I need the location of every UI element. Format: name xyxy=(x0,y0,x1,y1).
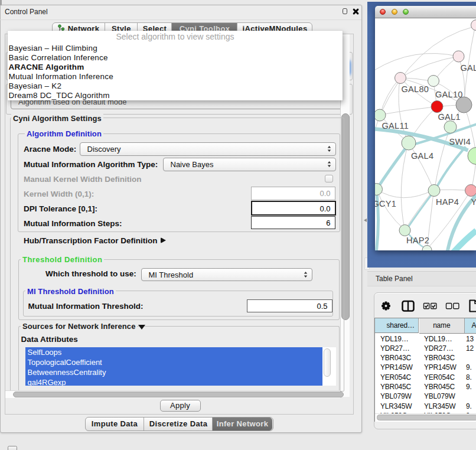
svg-text:GAL4: GAL4 xyxy=(411,151,433,161)
svg-text:SWI4: SWI4 xyxy=(449,137,471,146)
svg-text:HAP2: HAP2 xyxy=(406,236,429,245)
svg-text:GAL10: GAL10 xyxy=(435,90,463,99)
svg-text:GAL7: GAL7 xyxy=(460,63,476,73)
svg-text:GCY1: GCY1 xyxy=(375,199,396,208)
svg-text:YM: YM xyxy=(471,197,476,207)
svg-text:HAP4: HAP4 xyxy=(436,197,459,207)
svg-text:GAL1: GAL1 xyxy=(438,112,460,122)
svg-text:GAL11: GAL11 xyxy=(382,121,409,131)
svg-text:GAL80: GAL80 xyxy=(401,84,429,94)
